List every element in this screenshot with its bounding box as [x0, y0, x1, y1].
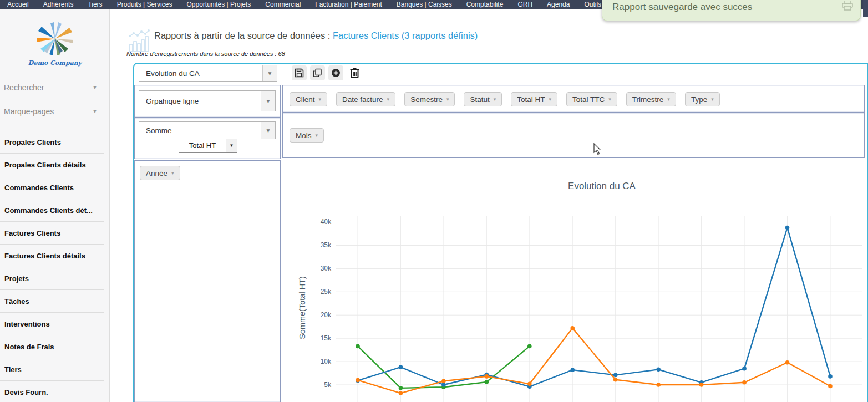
report-chart-icon	[128, 29, 150, 52]
nav-item-banques-caisses[interactable]: Banques | Caisses	[389, 0, 459, 9]
sidebar-item-propales-clients[interactable]: Propales Clients	[0, 131, 104, 154]
x-axis-pill-mois[interactable]: Mois ▾	[290, 128, 324, 143]
row-fields-box	[134, 160, 281, 402]
y-tick-label: 5k	[324, 381, 332, 389]
report-name-select[interactable]: Evolution du CA ▼	[139, 65, 277, 82]
data-point	[441, 383, 446, 387]
toast-message: Rapport sauvegarde avec succes	[612, 2, 752, 13]
sidebar-item-devis-fourn[interactable]: Devis Fourn.	[0, 381, 104, 402]
data-point	[399, 386, 403, 390]
field-pill-client[interactable]: Client▾	[290, 92, 327, 106]
nav-item-opportunites-projets[interactable]: Opportunités | Projets	[179, 0, 258, 9]
duplicate-report-button[interactable]	[310, 65, 325, 80]
sidebar-item-taches[interactable]: Tâches	[0, 290, 104, 313]
sidebar-item-factures-clients[interactable]: Factures Clients	[0, 222, 104, 245]
nav-item-facturation-paiement[interactable]: Facturation | Paiement	[308, 0, 389, 9]
sidebar-item-notes-de-frais[interactable]: Notes de Frais	[0, 335, 104, 358]
field-pill-type[interactable]: Type▾	[685, 92, 720, 106]
chevron-down-icon: ▾	[387, 96, 390, 102]
chevron-down-icon: ▾	[319, 96, 322, 102]
field-pill-date-facture[interactable]: Date facture▾	[336, 92, 395, 106]
chevron-down-icon: ▾	[549, 96, 552, 102]
chevron-down-icon: ▾	[316, 133, 318, 138]
data-point	[570, 326, 575, 330]
nav-item-grh[interactable]: GRH	[510, 0, 540, 9]
sidebar-search-label: Rechercher	[4, 83, 44, 92]
nav-item-commercial[interactable]: Commercial	[258, 0, 308, 9]
y-axis-title: Somme(Total HT)	[298, 276, 307, 339]
field-pill-trimestre[interactable]: Trimestre▾	[626, 92, 676, 106]
divider	[154, 154, 238, 154]
data-point	[527, 382, 532, 386]
row-field-pill-annee[interactable]: Année ▾	[140, 166, 180, 180]
y-tick-label: 15k	[321, 334, 332, 342]
data-point	[356, 378, 360, 383]
data-point	[656, 383, 661, 387]
sidebar-item-tiers[interactable]: Tiers	[0, 358, 104, 381]
field-pill-statut[interactable]: Statut▾	[464, 92, 502, 106]
aggregate-select[interactable]: Somme ▼	[139, 121, 276, 139]
sidebar-item-factures-clients-details[interactable]: Factures Clients détails	[0, 245, 104, 267]
data-point	[399, 365, 403, 369]
save-report-button[interactable]	[292, 65, 307, 80]
nav-item-adherents[interactable]: Adhérents	[36, 0, 81, 9]
data-point	[527, 344, 532, 349]
sidebar-item-projets[interactable]: Projets	[0, 267, 104, 290]
chart-type-value: Grpahique ligne	[139, 97, 261, 105]
field-pill-label: Statut	[470, 95, 489, 104]
data-point	[570, 368, 575, 372]
sidebar-item-interventions[interactable]: Interventions	[0, 313, 104, 335]
sidebar-bookmarks-toggle[interactable]: Marque-pages ▼	[0, 103, 104, 120]
data-point	[613, 378, 618, 382]
logo-text: Demo Company	[0, 59, 110, 67]
sidebar-item-commandes-clients[interactable]: Commandes Clients	[0, 176, 104, 199]
datasource-link[interactable]: Factures Clients (3 rapports définis)	[333, 30, 478, 40]
sidebar-item-propales-clients-details[interactable]: Propales Clients détails	[0, 154, 104, 176]
chart-title: Evolution du CA	[568, 181, 636, 191]
trash-icon	[349, 67, 360, 78]
chevron-down-icon: ▼	[92, 103, 98, 120]
y-tick-label: 25k	[321, 288, 332, 296]
field-pill-semestre[interactable]: Semestre▾	[404, 92, 455, 106]
chevron-down-icon: ▼	[261, 122, 275, 139]
field-pill-label: Semestre	[410, 95, 443, 104]
data-point	[399, 391, 403, 395]
data-point	[699, 383, 704, 387]
data-point	[828, 384, 833, 389]
field-pill-total-ttc[interactable]: Total TTC▾	[566, 92, 617, 106]
field-pill-label: Total HT	[517, 95, 545, 104]
data-point	[656, 368, 661, 372]
nav-item-accueil[interactable]: Accueil	[0, 0, 36, 9]
aggregate-field-value: Total HT	[179, 139, 226, 152]
field-pill-total-ht[interactable]: Total HT▾	[511, 92, 557, 106]
sidebar-item-commandes-clients-det[interactable]: Commandes Clients dét...	[0, 199, 104, 222]
copy-icon	[313, 68, 322, 78]
y-tick-label: 10k	[321, 358, 332, 365]
printer-icon	[841, 1, 854, 11]
y-tick-label: 40k	[321, 218, 332, 226]
line-chart: 5k10k15k20k25k30k35k40kEvolution du CASo…	[282, 159, 866, 402]
data-point	[613, 373, 618, 378]
toast-success: Rapport sauvegarde avec succes	[602, 0, 861, 21]
field-pill-label: Type	[691, 95, 707, 104]
save-icon	[295, 68, 304, 78]
sidebar-search-toggle[interactable]: Rechercher ▼	[0, 79, 104, 96]
y-tick-label: 30k	[321, 264, 332, 272]
nav-item-agenda[interactable]: Agenda	[540, 0, 577, 9]
nav-item-produits-services[interactable]: Produits | Services	[110, 0, 180, 9]
delete-report-button[interactable]	[347, 65, 362, 80]
aggregate-field-select[interactable]: Total HT ▼	[179, 139, 237, 153]
data-point	[441, 379, 446, 383]
add-report-button[interactable]	[328, 65, 343, 80]
chevron-down-icon: ▼	[261, 91, 275, 111]
data-point	[485, 374, 489, 379]
chart-type-select[interactable]: Grpahique ligne ▼	[139, 90, 276, 111]
data-point	[828, 374, 833, 379]
data-point	[356, 344, 360, 349]
row-field-label: Année	[146, 169, 167, 177]
nav-item-comptabilite[interactable]: Comptabilité	[459, 0, 511, 9]
available-fields-list: Client▾Date facture▾Semestre▾Statut▾Tota…	[290, 92, 720, 106]
page-title-prefix: Rapports à partir de la source de donnée…	[154, 30, 330, 40]
nav-item-tiers[interactable]: Tiers	[80, 0, 109, 9]
chevron-down-icon: ▾	[608, 96, 611, 102]
